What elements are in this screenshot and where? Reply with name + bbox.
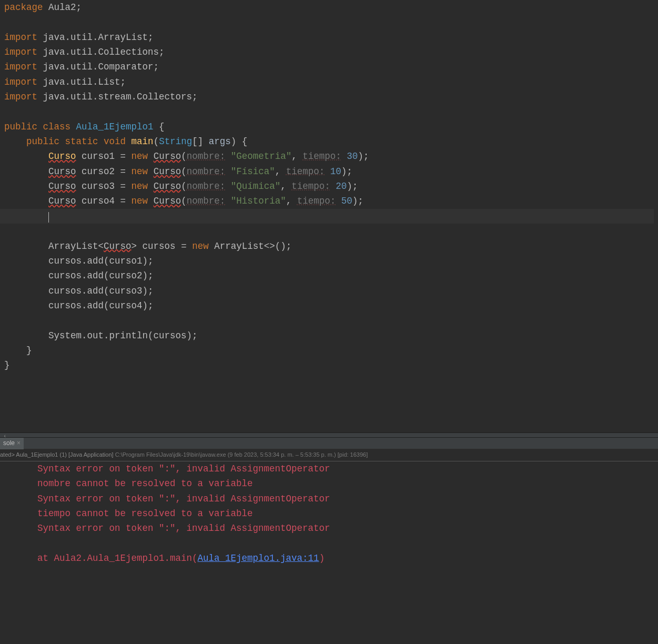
keyword-import: import: [4, 92, 37, 102]
call-add: .add(: [82, 300, 109, 311]
var-curso1: curso1: [82, 151, 115, 162]
arg-curso4: curso4: [109, 300, 143, 311]
stacktrace-close: ): [319, 553, 325, 564]
type-curso: Curso: [48, 151, 76, 162]
chevron-left-icon: ‹: [3, 432, 7, 441]
error-line: Syntax error on token ":", invalid Assig…: [37, 464, 330, 474]
hint-nombre: nombre:: [187, 166, 226, 177]
error-line: nombre cannot be resolved to a variable: [37, 478, 253, 489]
arg-curso3: curso3: [109, 286, 143, 296]
number-literal: 50: [341, 196, 352, 206]
hint-nombre: nombre:: [187, 151, 226, 162]
var-curso3: curso3: [82, 181, 115, 192]
keyword-package: package: [4, 2, 43, 13]
arg-curso2: curso2: [109, 270, 143, 281]
type-string: String: [159, 136, 192, 147]
stacktrace-source-link[interactable]: Aula_1Ejemplo1.java:11: [198, 553, 319, 564]
keyword-new: new: [131, 151, 148, 162]
keyword-new: new: [131, 181, 148, 192]
var-cursos: cursos: [48, 270, 82, 281]
console-tabbar: sole ×: [0, 438, 658, 449]
hint-tiempo: tiempo:: [297, 196, 336, 206]
text-caret: [48, 212, 49, 223]
close-icon[interactable]: ×: [17, 438, 21, 448]
ctor-curso: Curso: [154, 166, 181, 177]
stmt-println: System.out.println(cursos);: [48, 330, 198, 341]
call-add: .add(: [82, 286, 109, 296]
current-line[interactable]: [0, 209, 654, 224]
keyword-static: static: [65, 136, 98, 147]
keyword-public: public: [26, 136, 59, 147]
console-run-header: ated> Aula_1Ejemplo1 (1) [Java Applicati…: [0, 449, 658, 461]
keyword-import: import: [4, 77, 37, 87]
type-curso: Curso: [48, 166, 76, 177]
run-timestamp: (9 feb 2023, 5:53:34 p. m. – 5:53:35 p. …: [228, 451, 368, 458]
import-target: java.util.Comparator: [43, 62, 154, 72]
hint-tiempo: tiempo:: [291, 181, 330, 192]
package-name: Aula2: [48, 2, 76, 13]
keyword-import: import: [4, 62, 37, 72]
string-literal: "Historia": [231, 196, 286, 206]
number-literal: 30: [347, 151, 358, 162]
import-target: java.util.List: [43, 77, 120, 87]
arg-curso1: curso1: [109, 256, 143, 266]
error-line: Syntax error on token ":", invalid Assig…: [37, 494, 330, 504]
hint-tiempo: tiempo:: [286, 166, 325, 177]
param-args: args: [209, 136, 231, 147]
keyword-new: new: [131, 166, 148, 177]
string-literal: "Química": [231, 181, 281, 192]
keyword-new: new: [192, 241, 209, 251]
var-curso4: curso4: [82, 196, 115, 206]
keyword-new: new: [131, 196, 148, 206]
console-output[interactable]: Syntax error on token ":", invalid Assig…: [0, 461, 658, 566]
number-literal: 10: [330, 166, 341, 177]
run-status: ated>: [0, 451, 15, 458]
ctor-curso: Curso: [154, 151, 181, 162]
keyword-class: class: [43, 122, 71, 132]
run-config-name: Aula_1Ejemplo1 (1) [Java Application]: [16, 451, 113, 458]
run-path: C:\Program Files\Java\jdk-19\bin\javaw.e…: [115, 451, 226, 458]
var-cursos: cursos: [48, 256, 82, 266]
hint-nombre: nombre:: [187, 196, 226, 206]
call-add: .add(: [82, 270, 109, 281]
type-arraylist: ArrayList: [48, 241, 98, 251]
var-cursos: cursos: [48, 300, 82, 311]
keyword-import: import: [4, 32, 37, 43]
string-literal: "Física": [231, 166, 275, 177]
number-literal: 20: [336, 181, 347, 192]
call-add: .add(: [82, 256, 109, 266]
horizontal-splitter[interactable]: ‹: [0, 432, 658, 438]
import-target: java.util.ArrayList: [43, 32, 148, 43]
keyword-void: void: [104, 136, 126, 147]
stacktrace-at: at Aula2.Aula_1Ejemplo1.main(: [37, 553, 198, 564]
class-name: Aula_1Ejemplo1: [76, 122, 154, 132]
keyword-public: public: [4, 122, 37, 132]
ctor-curso: Curso: [154, 196, 181, 206]
import-target: java.util.stream.Collectors: [43, 92, 193, 102]
error-line: tiempo cannot be resolved to a variable: [37, 508, 253, 519]
ctor-curso: Curso: [154, 181, 181, 192]
var-cursos: cursos: [48, 286, 82, 296]
var-cursos: cursos: [143, 241, 176, 251]
method-main: main: [131, 136, 154, 147]
type-curso: Curso: [48, 181, 76, 192]
code-editor[interactable]: package Aula2; import java.util.ArrayLis…: [0, 0, 658, 432]
string-literal: "Geometria": [231, 151, 292, 162]
hint-tiempo: tiempo:: [302, 151, 341, 162]
type-curso: Curso: [104, 241, 131, 251]
keyword-import: import: [4, 47, 37, 57]
type-curso: Curso: [48, 196, 76, 206]
hint-nombre: nombre:: [187, 181, 226, 192]
import-target: java.util.Collections: [43, 47, 159, 57]
error-line: Syntax error on token ":", invalid Assig…: [37, 523, 330, 534]
var-curso2: curso2: [82, 166, 115, 177]
ctor-arraylist: ArrayList: [214, 241, 264, 251]
